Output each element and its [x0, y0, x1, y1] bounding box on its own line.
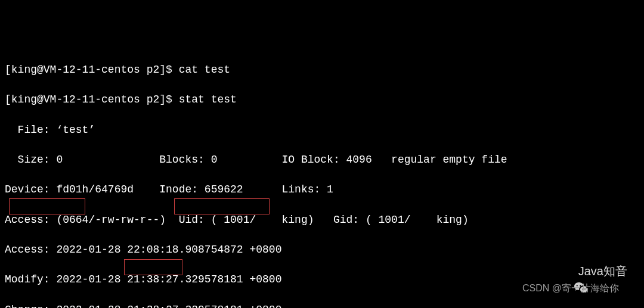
stat1-device: Device: fd01h/64769d Inode: 659622 Links… — [5, 182, 639, 197]
stat1-access-time: Access: 2022-01-28 22:08:18.908754872 +0… — [5, 242, 639, 257]
prompt: [king@VM-12-11-centos p2]$ — [5, 64, 179, 76]
stat1-file: File: ‘test’ — [5, 123, 639, 138]
cmd-stat: stat test — [179, 94, 237, 105]
stat1-access-perm: Access: (0664/-rw-rw-r--) Uid: ( 1001/ k… — [5, 213, 639, 228]
stat1-size: Size: 0 Blocks: 0 IO Block: 4096 regular… — [5, 153, 639, 167]
watermark-java-text: Java知音 — [578, 263, 627, 279]
stat1-change-time: Change: 2022-01-28 21:38:27.329578181 +0… — [5, 303, 639, 308]
terminal-line-cmd-cat: [king@VM-12-11-centos p2]$ cat test — [5, 63, 639, 77]
watermark-java: Java知音 — [561, 263, 627, 279]
terminal-line-cmd-stat1: [king@VM-12-11-centos p2]$ stat test — [5, 92, 639, 107]
prompt: [king@VM-12-11-centos p2]$ — [5, 94, 179, 105]
watermark-csdn: CSDN @寄一片海给你 — [522, 282, 619, 295]
wechat-icon — [561, 264, 575, 278]
cmd-cat: cat test — [179, 64, 230, 76]
